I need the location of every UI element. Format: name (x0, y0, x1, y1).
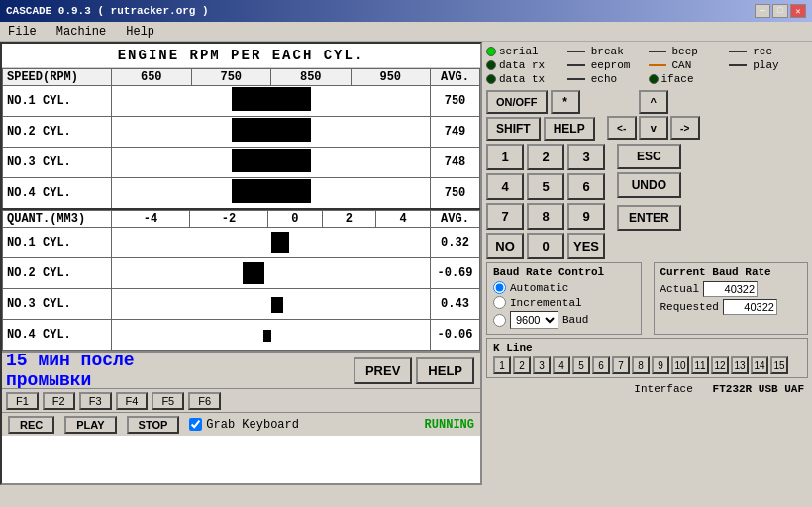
rpm-col-950: 950 (351, 69, 431, 86)
qcyl3-avg: 0.43 (431, 289, 480, 320)
num2-button[interactable]: 2 (527, 144, 564, 170)
kline-14[interactable]: 14 (751, 356, 768, 374)
rec-button[interactable]: REC (8, 416, 54, 434)
help-right-button[interactable]: HELP (544, 117, 595, 141)
indicator-iface: iface (649, 73, 728, 85)
label-iface: iface (661, 73, 694, 85)
left-button[interactable]: <- (607, 116, 637, 140)
kline-13[interactable]: 13 (731, 356, 749, 374)
close-button[interactable]: ✕ (790, 4, 806, 18)
quant-col-label: QUANT.(MM3) (3, 211, 112, 228)
f2-button[interactable]: F2 (43, 392, 75, 410)
baud-incremental-row: Incremental (493, 296, 635, 309)
num3-button[interactable]: 3 (567, 144, 605, 170)
cyl3-avg: 748 (431, 148, 480, 178)
num4-button[interactable]: 4 (486, 173, 524, 200)
dash-beep (649, 51, 666, 52)
baud-automatic-label: Automatic (510, 282, 568, 294)
dash-play (729, 64, 747, 66)
num9-button[interactable]: 9 (567, 203, 605, 230)
kline-4[interactable]: 4 (553, 356, 570, 374)
minimize-button[interactable]: — (755, 4, 770, 18)
no-button[interactable]: NO (486, 233, 524, 259)
shift-button[interactable]: SHIFT (486, 117, 541, 141)
baud-custom-radio[interactable] (493, 314, 506, 327)
kline-3[interactable]: 3 (533, 356, 551, 374)
onoff-shift-col: ON/OFF * SHIFT HELP (486, 90, 595, 141)
requested-baud-input[interactable] (723, 299, 777, 315)
f1-button[interactable]: F1 (6, 392, 39, 410)
f6-button[interactable]: F6 (188, 392, 221, 410)
prev-button[interactable]: PREV (354, 357, 412, 384)
label-datarx: data rx (499, 59, 545, 71)
current-baud-section: Current Baud Rate Actual Requested (654, 262, 809, 335)
kline-1[interactable]: 1 (493, 356, 511, 374)
yes-button[interactable]: YES (567, 233, 605, 259)
kline-5[interactable]: 5 (572, 356, 590, 374)
star-button[interactable]: * (551, 90, 580, 114)
kline-6[interactable]: 6 (592, 356, 610, 374)
help-button[interactable]: HELP (416, 357, 474, 384)
onoff-button[interactable]: ON/OFF (486, 90, 548, 114)
baud-select[interactable]: 9600 (510, 311, 558, 329)
table-row: NO.3 CYL. 0.43 (3, 289, 480, 320)
rpm-col-750: 750 (191, 69, 271, 86)
enter-button[interactable]: ENTER (617, 205, 681, 231)
kline-8[interactable]: 8 (632, 356, 650, 374)
num7-button[interactable]: 7 (486, 203, 524, 230)
russian-line2: промывки (6, 370, 352, 390)
baud-automatic-row: Automatic (493, 281, 635, 294)
cyl4-bar-cell (112, 178, 431, 210)
quant-col-avg: AVG. (431, 211, 480, 228)
maximize-button[interactable]: □ (772, 4, 788, 18)
num1-button[interactable]: 1 (486, 144, 524, 170)
controls-top-row: ON/OFF * SHIFT HELP ^ <- v -> (486, 90, 808, 141)
quant-col-n2: -2 (189, 211, 267, 228)
kline-9[interactable]: 9 (652, 356, 669, 374)
quant-col-0: 0 (267, 211, 322, 228)
label-rec: rec (753, 46, 772, 57)
kline-12[interactable]: 12 (711, 356, 729, 374)
cyl2-bar-cell (112, 117, 431, 148)
down-button[interactable]: v (639, 116, 668, 140)
baud-container: Baud Rate Control Automatic Incremental … (486, 262, 808, 335)
kline-10[interactable]: 10 (671, 356, 689, 374)
right-button[interactable]: -> (670, 116, 700, 140)
qcyl2-bar (112, 258, 431, 289)
qcyl2-label: NO.2 CYL. (3, 258, 112, 289)
f4-button[interactable]: F4 (116, 392, 149, 410)
arrow-pad: ^ <- v -> (607, 90, 700, 140)
fkey-bar: F1 F2 F3 F4 F5 F6 (2, 388, 480, 412)
interface-label: Interface (634, 383, 692, 395)
quant-col-p4: 4 (376, 211, 431, 228)
num5-button[interactable]: 5 (527, 173, 564, 200)
table-row: NO.2 CYL. 749 (3, 117, 480, 148)
bottom-section: 15 мин после промывки PREV HELP (2, 351, 480, 388)
stop-button[interactable]: STOP (127, 416, 180, 434)
window-title: CASCADE 0.9.3 ( rutracker.org ) (6, 5, 209, 17)
quant-header-row: QUANT.(MM3) -4 -2 0 2 4 AVG. (3, 211, 480, 228)
menu-machine[interactable]: Machine (52, 25, 110, 39)
menu-file[interactable]: File (4, 25, 41, 39)
esc-button[interactable]: ESC (617, 144, 681, 169)
kline-2[interactable]: 2 (513, 356, 531, 374)
baud-automatic-radio[interactable] (493, 281, 506, 294)
label-play: play (753, 59, 778, 71)
f3-button[interactable]: F3 (79, 392, 112, 410)
label-can: CAN (672, 59, 692, 71)
num8-button[interactable]: 8 (527, 203, 564, 230)
kline-7[interactable]: 7 (612, 356, 630, 374)
undo-button[interactable]: UNDO (617, 172, 681, 198)
menu-help[interactable]: Help (122, 25, 158, 39)
baud-incremental-radio[interactable] (493, 296, 506, 309)
grab-keyboard-checkbox[interactable] (189, 418, 202, 431)
actual-baud-input[interactable] (703, 281, 758, 297)
f5-button[interactable]: F5 (152, 392, 184, 410)
play-button[interactable]: PLAY (64, 416, 116, 434)
num0-button[interactable]: 0 (527, 233, 564, 259)
up-button[interactable]: ^ (639, 90, 668, 114)
cyl3-bar-cell (112, 148, 431, 178)
kline-11[interactable]: 11 (691, 356, 709, 374)
kline-15[interactable]: 15 (770, 356, 788, 374)
num6-button[interactable]: 6 (567, 173, 605, 200)
